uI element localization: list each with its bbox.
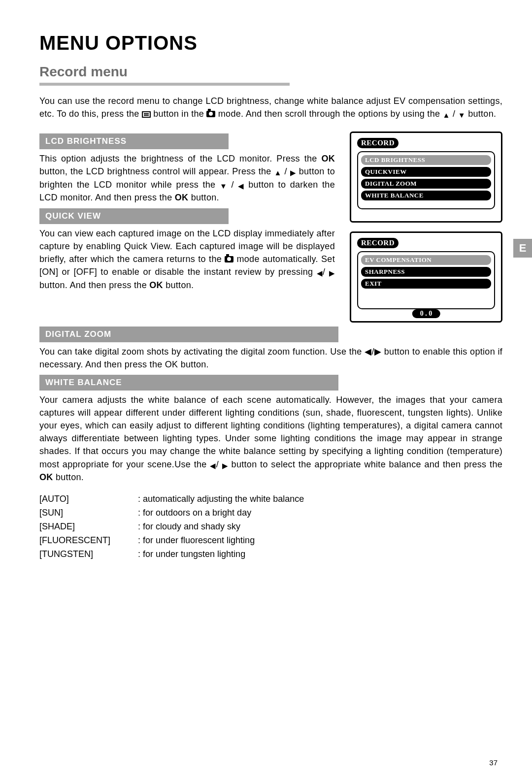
wb-key: [AUTO] [39,492,138,506]
page-number: 37 [489,758,498,767]
up-arrow-icon: ▲ [274,167,281,178]
qv-p4: button. [166,280,194,290]
section-header-digitalzoom: DIGITAL ZOOM [39,327,338,342]
wb-key: [SUN] [39,506,138,520]
screen-footer-value: 0 . 0 [412,309,440,318]
wb-key: [FLUORESCENT] [39,534,138,548]
slash: / [284,166,290,176]
menu-icon [142,111,151,118]
wb-val: : for under tungsten lighting [138,548,245,561]
screens-column: RECORD LCD BRIGHTNESS QUICKVIEW DIGITAL … [350,130,502,323]
wb-p1: Your camera adjusts the white balance of… [39,395,502,469]
left-arrow-icon: ◀ [210,460,216,471]
intro-text-2: button in the [153,109,206,119]
left-column: LCD BRIGHTNESS This option adjusts the b… [39,130,335,292]
menu-item-quickview: QUICKVIEW [361,167,491,177]
wb-val: : for under fluorescent lighting [138,534,255,548]
page-subtitle: Record menu [39,64,502,80]
wb-key: [SHADE] [39,520,138,534]
left-arrow-icon: ◀ [317,268,323,279]
screen-tab: RECORD [357,238,399,248]
down-arrow-icon: ▼ [458,110,466,121]
wb-val: : for outdoors on a bright day [138,506,251,520]
lcd-p5: button. [191,193,219,202]
split-row: LCD BRIGHTNESS This option adjusts the b… [39,130,502,323]
menu-item-ev-compensation: EV COMPENSATION [361,255,491,265]
table-row: [SUN] : for outdoors on a bright day [39,506,502,520]
intro-paragraph: You can use the record menu to change LC… [39,95,502,121]
intro-text-4: button. [468,109,496,119]
camera-icon [206,111,215,117]
menu-item-lcd-brightness: LCD BRIGHTNESS [361,155,491,165]
manual-page: E MENU OPTIONS Record menu You can use t… [0,0,532,784]
wb-p2: button to select the appropriate white b… [232,459,502,469]
table-row: [FLUORESCENT] : for under fluorescent li… [39,534,502,548]
wb-val: : automatically adjusting the white bala… [138,492,304,506]
subtitle-rule [39,83,290,86]
slash: / [453,109,458,119]
lcd-p1: This option adjusts the brightness of th… [39,154,321,163]
wb-p3: button. [56,472,84,482]
screen-menu-list: LCD BRIGHTNESS QUICKVIEW DIGITAL ZOOM WH… [357,151,495,209]
qv-p3: button. And then press the [39,280,149,290]
down-arrow-icon: ▼ [220,181,227,192]
menu-item-white-balance: WHITE BALANCE [361,191,491,200]
screen-tab: RECORD [357,138,399,148]
camera-screen-2: RECORD EV COMPENSATION SHARPNESS EXIT 0 … [350,231,502,323]
camera-screen-1: RECORD LCD BRIGHTNESS QUICKVIEW DIGITAL … [350,131,502,223]
white-balance-table: [AUTO] : automatically adjusting the whi… [39,492,502,561]
section-header-whitebalance: WHITE BALANCE [39,375,338,391]
ok-label: OK [39,472,53,482]
lcd-paragraph: This option adjusts the brightness of th… [39,152,335,204]
menu-item-exit: EXIT [361,279,491,289]
digitalzoom-paragraph: You can take digital zoom shots by activ… [39,345,502,371]
table-row: [AUTO] : automatically adjusting the whi… [39,492,502,506]
intro-text-3: mode. And then scroll through the option… [218,109,443,119]
left-arrow-icon: ◀ [238,181,244,192]
slash: / [232,180,238,190]
screen-menu-list: EV COMPENSATION SHARPNESS EXIT [357,251,495,309]
quickview-paragraph: You can view each captured image on the … [39,227,335,292]
wb-key: [TUNGSTEN] [39,548,138,561]
menu-item-sharpness: SHARPNESS [361,267,491,277]
table-row: [SHADE] : for cloudy and shady sky [39,520,502,534]
lcd-p2: button, the LCD bright­ness control will… [39,166,274,176]
right-arrow-icon: ▶ [329,268,335,279]
section-header-lcd: LCD BRIGHTNESS [39,133,229,149]
menu-item-digital-zoom: DIGITAL ZOOM [361,179,491,189]
ok-label: OK [149,280,163,290]
whitebalance-paragraph: Your camera adjusts the white balance of… [39,393,502,484]
section-tab: E [513,239,532,258]
wb-val: : for cloudy and shady sky [138,520,240,534]
camera-icon [225,256,233,262]
table-row: [TUNGSTEN] : for under tungsten lighting [39,548,502,561]
up-arrow-icon: ▲ [443,110,450,121]
ok-label: OK [175,193,189,202]
section-header-quickview: QUICK VIEW [39,208,229,224]
ok-label: OK [321,154,335,163]
right-arrow-icon: ▶ [222,460,228,471]
page-title: MENU OPTIONS [39,32,502,54]
right-arrow-icon: ▶ [290,167,296,178]
